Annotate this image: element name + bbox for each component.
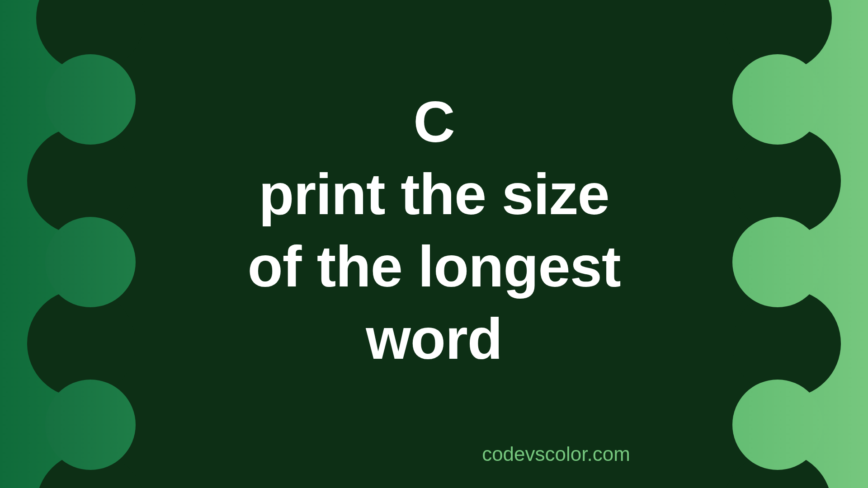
title-line-3: of the longest xyxy=(247,230,620,303)
title-line-2: print the size xyxy=(247,158,620,230)
title-line-1: C xyxy=(247,86,620,158)
title-line-4: word xyxy=(247,303,620,375)
content-area: C print the size of the longest word cod… xyxy=(0,0,868,488)
main-title: C print the size of the longest word xyxy=(247,86,620,375)
watermark-text: codevscolor.com xyxy=(0,443,868,465)
